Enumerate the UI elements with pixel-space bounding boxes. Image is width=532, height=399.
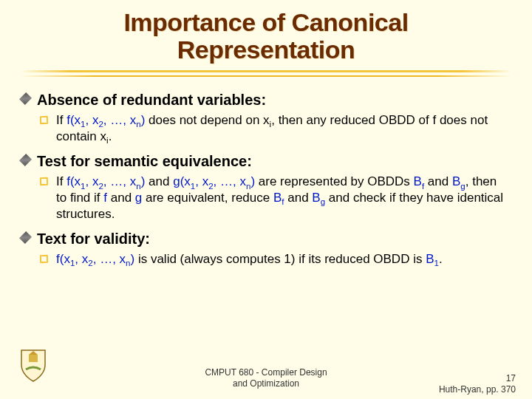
t: and	[284, 191, 313, 205]
fn-g: g(x1, x2, …, xn)	[173, 174, 255, 188]
course-line1: CMPUT 680 - Compiler Design	[205, 367, 327, 378]
t: If	[56, 174, 66, 188]
course-line2: and Optimization	[233, 378, 299, 389]
svg-rect-0	[29, 355, 38, 362]
sub: 2	[88, 259, 92, 267]
sub: 2	[98, 120, 103, 129]
sub: f	[422, 182, 424, 191]
bullet-body: f(x1, x2, …, xn) is valid (always comput…	[21, 251, 505, 267]
t: , …, x	[103, 113, 136, 127]
sub: n	[136, 120, 140, 129]
t: are equivalent, reduce	[142, 191, 273, 205]
bullet-heading: Text for validity:	[21, 230, 511, 249]
footer-ref: 17 Huth-Ryan, pp. 370	[439, 373, 516, 395]
t: , x	[85, 113, 98, 127]
heading-text: Absence of redundant variables:	[37, 92, 266, 108]
sym-Bg: Bg	[452, 174, 466, 188]
sub: 1	[434, 259, 439, 267]
sub: f	[282, 197, 284, 206]
fn-f: f(x1, x2, …, xn)	[56, 252, 134, 266]
slide-title: Importance of Canonical Representation	[21, 9, 511, 69]
t: is valid (always computes 1) if its redu…	[134, 252, 426, 266]
sub: 1	[81, 182, 85, 191]
title-line-2: Representation	[177, 35, 355, 64]
heading-text: Text for validity:	[37, 231, 150, 247]
content: Absence of redundant variables: If f(x1,…	[21, 91, 511, 267]
section-validity: Text for validity: f(x1, x2, …, xn) is v…	[21, 230, 511, 267]
sym-Bf: Bf	[414, 174, 425, 188]
fn-f: f(x1, x2, …, xn)	[66, 113, 145, 127]
title-underline	[21, 70, 511, 81]
sub: g	[321, 197, 325, 206]
sub: n	[126, 259, 130, 267]
sym-g: g	[135, 191, 142, 205]
t: and	[145, 174, 173, 188]
t: and	[107, 191, 135, 205]
sub: n	[136, 182, 140, 191]
sym-B1: B1	[426, 252, 439, 266]
t: does not depend on x	[145, 113, 269, 127]
section-absence: Absence of redundant variables: If f(x1,…	[21, 91, 511, 145]
sub: 1	[191, 182, 195, 191]
t: f(x	[66, 113, 81, 127]
bullet-body: If f(x1, x2, …, xn) does not depend on x…	[21, 112, 505, 145]
reference: Huth-Ryan, pp. 370	[439, 384, 516, 395]
bullet-heading: Test for semantic equivalence:	[21, 152, 511, 171]
t: .	[439, 252, 443, 266]
sym-Bf: Bf	[273, 191, 284, 205]
sym-Bg: Bg	[312, 191, 325, 205]
section-equivalence: Test for semantic equivalence: If f(x1, …	[21, 152, 511, 222]
title-line-1: Importance of Canonical	[123, 8, 408, 36]
sub: i	[270, 120, 272, 129]
fn-f: f(x1, x2, …, xn)	[66, 174, 145, 188]
sub: 1	[81, 120, 85, 129]
t: are represented by OBDDs	[255, 174, 413, 188]
bullet-heading: Absence of redundant variables:	[21, 91, 511, 110]
sub: i	[106, 136, 109, 145]
t: and	[424, 174, 452, 188]
page-number: 17	[506, 373, 516, 383]
t: If	[56, 113, 66, 127]
sub: 2	[208, 182, 213, 191]
bullet-body: If f(x1, x2, …, xn) and g(x1, x2, …, xn)…	[21, 174, 505, 222]
t: .	[109, 129, 112, 143]
heading-text: Test for semantic equivalence:	[37, 153, 252, 169]
slide: Importance of Canonical Representation A…	[0, 0, 532, 399]
sub: g	[460, 182, 465, 191]
sub: 1	[70, 259, 75, 267]
sub: n	[246, 182, 250, 191]
sub: 2	[98, 182, 103, 191]
